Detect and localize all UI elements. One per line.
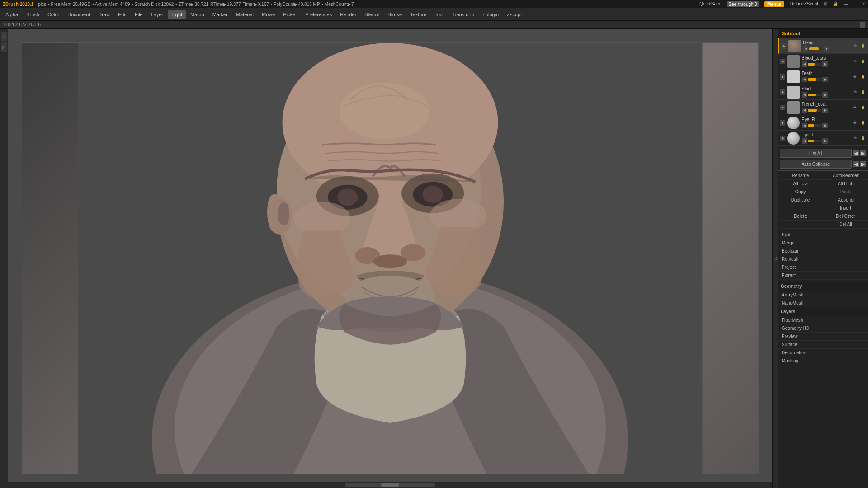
- scroll-track[interactable]: [345, 483, 435, 487]
- defaultzscript-btn[interactable]: DefaultZScript: [790, 1, 818, 7]
- autocollapse-left-btn[interactable]: ◀: [853, 161, 859, 167]
- remesh-btn[interactable]: Remesh: [778, 255, 868, 263]
- menu-stencil[interactable]: Stencil: [361, 10, 383, 19]
- menu-texture[interactable]: Texture: [406, 10, 430, 19]
- extract-btn[interactable]: Extract: [778, 272, 868, 280]
- icon-maximize[interactable]: □: [854, 1, 856, 7]
- menu-color[interactable]: Color: [44, 10, 63, 19]
- menu-edit[interactable]: Edit: [114, 10, 130, 19]
- subtool-item-trenchcoat[interactable]: ▶ Trench_coat ◀ ▶ 👁 🔒: [778, 100, 868, 115]
- panel-collapse-arrow[interactable]: ◁: [772, 29, 778, 488]
- menu-brush[interactable]: Brush: [23, 10, 43, 19]
- quicksave-btn[interactable]: QuickSave: [699, 1, 721, 7]
- canvas-viewport[interactable]: [22, 42, 759, 474]
- insert-btn[interactable]: Insert: [823, 204, 868, 212]
- menu-preferences[interactable]: Preferences: [302, 10, 335, 19]
- del-all-btn[interactable]: Del All: [823, 221, 868, 228]
- subtool-slider-shirt[interactable]: [808, 94, 821, 96]
- masking-btn[interactable]: Masking: [778, 357, 868, 365]
- project-btn[interactable]: Project: [778, 263, 868, 272]
- subtool-ctrl-te-a[interactable]: ◀: [802, 77, 807, 82]
- rename-btn[interactable]: Rename: [778, 172, 823, 179]
- icon-minimize[interactable]: —: [844, 1, 848, 7]
- subtool-eye-trenchcoat[interactable]: 👁: [852, 104, 858, 111]
- menu-alpha[interactable]: Alpha: [2, 10, 22, 19]
- subtool-ctrl-te-b[interactable]: ▶: [822, 77, 828, 82]
- menu-tool[interactable]: Tool: [431, 10, 447, 19]
- geometry-section[interactable]: Geometry: [778, 282, 868, 291]
- subtool-ctrl-er-b[interactable]: ▶: [822, 123, 828, 128]
- menu-stroke[interactable]: Stroke: [384, 10, 406, 19]
- copy-btn[interactable]: Copy: [778, 188, 823, 196]
- subtool-ctrl-sh-b[interactable]: ▶: [822, 92, 828, 98]
- subtool-lock-bloodtears[interactable]: 🔒: [860, 58, 866, 65]
- subtool-expand-eye-r[interactable]: ▶: [780, 120, 785, 126]
- subtool-ctrl-b[interactable]: ▶: [824, 46, 829, 52]
- subtool-eye-teeth[interactable]: 👁: [852, 74, 858, 80]
- canvas-area[interactable]: [8, 29, 772, 488]
- subtool-item-bloodtears[interactable]: ▶ Blood_tears ◀ ▶ 👁 🔒: [778, 54, 868, 69]
- icon-cam[interactable]: ⊞: [824, 1, 827, 7]
- list-all-right-btn[interactable]: ▶: [860, 150, 866, 156]
- subtool-eye-eye-r[interactable]: 👁: [852, 120, 858, 126]
- duplicate-btn[interactable]: Duplicate: [778, 196, 823, 204]
- subtool-expand-eye-l[interactable]: ▶: [780, 136, 785, 141]
- subtool-slider-trenchcoat[interactable]: [808, 109, 821, 112]
- menu-file[interactable]: File: [131, 10, 146, 19]
- subtool-slider-bloodtears[interactable]: [808, 63, 821, 66]
- see-through-btn[interactable]: See-through 0: [727, 1, 759, 7]
- subtool-lock-eye-r[interactable]: 🔒: [860, 120, 866, 126]
- subtool-ctrl-bt-b[interactable]: ▶: [822, 61, 828, 67]
- subtool-lock-shirt[interactable]: 🔒: [860, 89, 866, 95]
- menu-material[interactable]: Material: [232, 10, 257, 19]
- subtool-item-eye-r[interactable]: ▶ Eye_R ◀ ▶ 👁 🔒: [778, 115, 868, 131]
- surface-btn[interactable]: Surface: [778, 341, 868, 349]
- subtool-item-teeth[interactable]: ▶ Teeth ◀ ▶ 👁 🔒: [778, 69, 868, 84]
- list-all-btn[interactable]: List All: [780, 149, 852, 158]
- subtool-slider-eye-r[interactable]: [808, 124, 821, 127]
- subtool-lock-teeth[interactable]: 🔒: [860, 74, 866, 80]
- merge-btn[interactable]: Merge: [778, 239, 868, 247]
- delete-btn[interactable]: Delete: [778, 212, 823, 220]
- menu-light[interactable]: Light: [168, 10, 186, 19]
- subtool-expand-trenchcoat[interactable]: ▶: [780, 105, 785, 110]
- menu-layer[interactable]: Layer: [147, 10, 167, 19]
- model-display[interactable]: [22, 43, 758, 474]
- autoreorder-btn[interactable]: AutoReorder: [823, 172, 868, 179]
- append-btn[interactable]: Append: [823, 196, 868, 204]
- menu-zplugin[interactable]: Zplugin: [479, 10, 502, 19]
- scroll-thumb[interactable]: [381, 483, 399, 487]
- subtool-item-eye-l[interactable]: ▶ Eye_L ◀ ▶ 👁 🔒: [778, 131, 868, 146]
- subtool-ctrl-el-b[interactable]: ▶: [822, 138, 828, 144]
- subtool-item-head[interactable]: ▶ Head ◀ ▶ 👁 🔒: [778, 38, 868, 54]
- subtool-slider-teeth[interactable]: [808, 78, 821, 81]
- deformation-btn[interactable]: Deformation: [778, 349, 868, 357]
- autocollapse-right-btn[interactable]: ▶: [860, 161, 866, 167]
- boolean-btn[interactable]: Boolean: [778, 247, 868, 255]
- subtool-ctrl-el-a[interactable]: ◀: [802, 138, 807, 144]
- subtool-eye-head[interactable]: 👁: [852, 43, 858, 49]
- menu-render[interactable]: Render: [336, 10, 360, 19]
- subtool-item-shirt[interactable]: ▶ Shirt ◀ ▶ 👁 🔒: [778, 84, 868, 100]
- subtool-eye-shirt[interactable]: 👁: [852, 89, 858, 95]
- menu-document[interactable]: Document: [64, 10, 94, 19]
- subtool-expand-bloodtears[interactable]: ▶: [780, 59, 785, 64]
- canvas-scrollbar[interactable]: [8, 482, 772, 488]
- paste-btn[interactable]: Paste: [823, 188, 868, 196]
- preview-btn[interactable]: Preview: [778, 333, 868, 341]
- subtool-lock-trenchcoat[interactable]: 🔒: [860, 104, 866, 111]
- subtool-slider-eye-l[interactable]: [808, 140, 821, 142]
- all-high-btn[interactable]: All High: [823, 180, 868, 188]
- menu-marker[interactable]: Marker: [209, 10, 231, 19]
- subtool-ctrl-bt-a[interactable]: ◀: [802, 61, 807, 67]
- subtool-eye-eye-l[interactable]: 👁: [852, 135, 858, 141]
- menu-movie[interactable]: Movie: [258, 10, 278, 19]
- subtool-eye-bloodtears[interactable]: 👁: [852, 58, 858, 65]
- menu-draw[interactable]: Draw: [94, 10, 113, 19]
- left-strip-btn-1[interactable]: ◁: [1, 32, 7, 41]
- all-low-btn[interactable]: All Low: [778, 180, 823, 188]
- subtool-expand-shirt[interactable]: ▶: [780, 89, 785, 95]
- subtool-ctrl-a[interactable]: ◀: [803, 46, 808, 52]
- subtool-ctrl-tc-a[interactable]: ◀: [802, 108, 807, 113]
- nanomesh-btn[interactable]: NanoMesh: [778, 299, 868, 307]
